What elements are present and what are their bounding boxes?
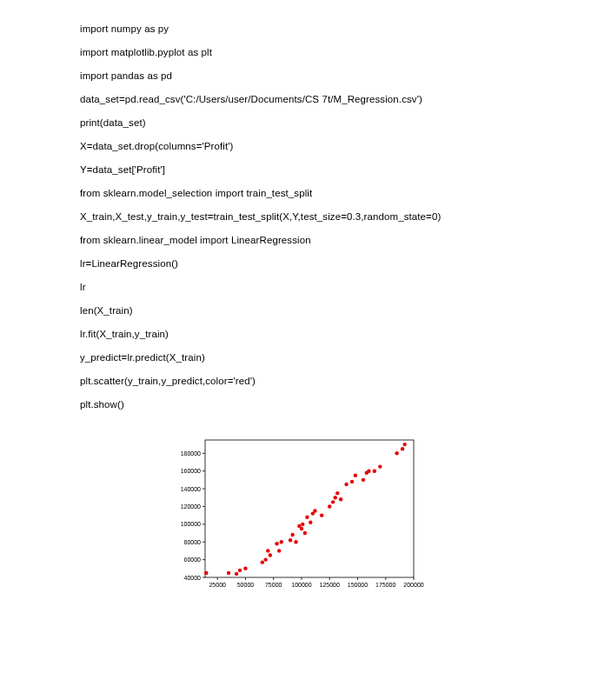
svg-text:125000: 125000 — [320, 582, 340, 588]
svg-point-71 — [401, 447, 404, 450]
code-line: lr=LinearRegression() — [80, 258, 591, 269]
svg-point-35 — [235, 572, 238, 576]
code-line: from sklearn.linear_model import LinearR… — [80, 235, 591, 245]
svg-point-38 — [261, 560, 264, 563]
code-line: y_predict=lr.predict(X_train) — [80, 352, 591, 363]
svg-point-36 — [238, 569, 242, 572]
svg-point-61 — [339, 497, 342, 501]
svg-text:120000: 120000 — [181, 503, 201, 510]
code-block: import numpy as py import matplotlib.pyp… — [0, 0, 591, 410]
code-line: print(data_set) — [80, 117, 591, 128]
svg-point-44 — [280, 540, 283, 543]
svg-point-37 — [243, 567, 247, 570]
code-line: plt.scatter(y_train,y_predict,color='red… — [80, 376, 591, 386]
svg-text:175000: 175000 — [375, 582, 395, 588]
svg-point-65 — [362, 478, 365, 482]
code-line: plt.show() — [80, 399, 591, 410]
code-line: len(X_train) — [80, 305, 591, 316]
svg-text:100000: 100000 — [181, 521, 201, 527]
code-line: import pandas as pd — [80, 70, 591, 81]
code-line: lr — [80, 282, 591, 292]
svg-point-69 — [378, 464, 382, 468]
svg-point-72 — [402, 443, 406, 446]
svg-text:180000: 180000 — [181, 450, 201, 457]
svg-text:150000: 150000 — [348, 582, 368, 588]
code-line: lr.fit(X_train,y_train) — [80, 329, 591, 339]
svg-point-67 — [367, 469, 370, 472]
code-line: import matplotlib.pyplot as plt — [80, 47, 591, 57]
svg-point-49 — [300, 527, 303, 530]
svg-point-41 — [269, 553, 272, 557]
svg-point-57 — [328, 504, 331, 508]
svg-point-50 — [301, 523, 304, 526]
svg-point-64 — [354, 474, 357, 477]
scatter-plot: 2500050000750001000001250001500001750002… — [165, 431, 426, 597]
svg-text:60000: 60000 — [184, 557, 202, 563]
svg-rect-0 — [205, 440, 414, 577]
code-line: from sklearn.model_selection import trai… — [80, 188, 591, 198]
svg-point-51 — [303, 531, 307, 535]
code-line: import numpy as py — [80, 23, 591, 34]
svg-point-62 — [344, 483, 348, 486]
svg-point-68 — [373, 469, 376, 472]
svg-point-43 — [277, 549, 281, 552]
svg-point-59 — [333, 496, 336, 499]
svg-text:140000: 140000 — [181, 486, 201, 492]
svg-point-70 — [395, 451, 398, 455]
code-line: Y=data_set['Profit'] — [80, 164, 591, 175]
svg-text:80000: 80000 — [184, 539, 202, 545]
svg-text:40000: 40000 — [184, 575, 202, 581]
svg-point-58 — [331, 500, 335, 503]
code-line: data_set=pd.read_csv('C:/Users/user/Docu… — [80, 94, 591, 104]
code-line: X=data_set.drop(columns='Profit') — [80, 141, 591, 151]
svg-point-56 — [320, 513, 323, 517]
svg-text:160000: 160000 — [181, 468, 201, 474]
svg-point-33 — [204, 571, 208, 575]
svg-text:100000: 100000 — [291, 582, 311, 588]
svg-point-60 — [335, 491, 339, 495]
svg-text:75000: 75000 — [265, 582, 282, 588]
svg-point-40 — [266, 549, 269, 552]
svg-text:25000: 25000 — [209, 582, 226, 588]
svg-point-42 — [275, 542, 278, 545]
svg-point-52 — [305, 515, 309, 518]
svg-point-63 — [350, 480, 354, 483]
scatter-plot-container: 2500050000750001000001250001500001750002… — [0, 431, 591, 597]
svg-point-53 — [309, 521, 312, 524]
svg-point-47 — [294, 540, 297, 543]
svg-point-45 — [289, 538, 292, 542]
svg-point-46 — [290, 533, 294, 537]
svg-point-39 — [263, 557, 267, 561]
code-line: X_train,X_test,y_train,y_test=train_test… — [80, 211, 591, 222]
svg-point-34 — [227, 571, 230, 575]
svg-text:200000: 200000 — [403, 582, 423, 588]
svg-text:50000: 50000 — [237, 582, 255, 588]
svg-point-55 — [313, 509, 316, 512]
